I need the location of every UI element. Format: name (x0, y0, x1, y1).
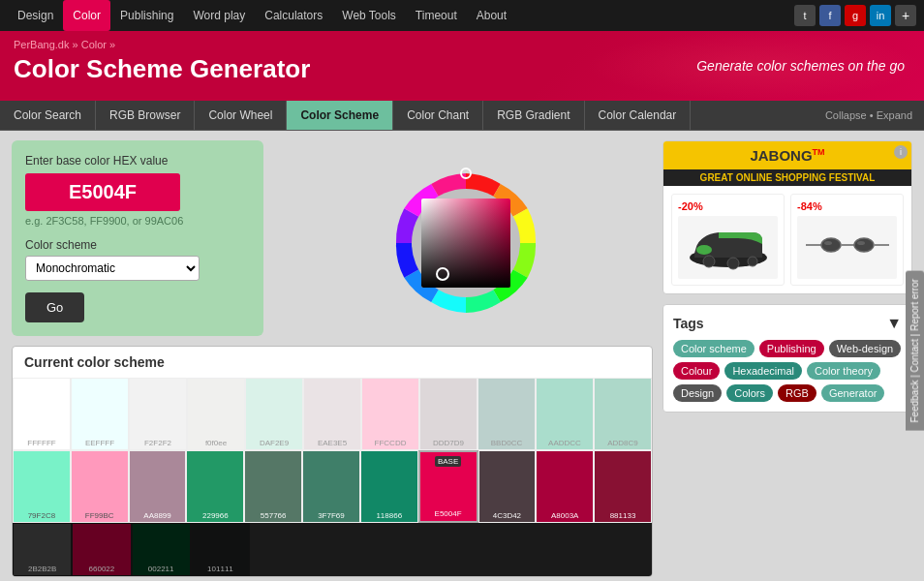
hex-input[interactable] (25, 173, 180, 211)
ad-products: -20% (663, 186, 911, 293)
hint-text: e.g. 2F3C58, FF9900, or 99AC06 (25, 215, 250, 227)
top-nav-color[interactable]: Color (63, 0, 110, 31)
top-nav-webtools[interactable]: Web Tools (332, 0, 406, 31)
swatch-row-dark: 2B2B2B 660022 002211 101111 (13, 523, 652, 576)
tab-nav: Color Search RGB Browser Color Wheel Col… (0, 101, 924, 131)
tab-rgb-browser[interactable]: RGB Browser (96, 101, 195, 130)
tab-color-wheel[interactable]: Color Wheel (195, 101, 287, 130)
swatch-BBD0CC[interactable]: BBD0CC (477, 378, 536, 450)
swatch-EAE3E5[interactable]: EAE3E5 (303, 378, 361, 450)
tab-color-chant[interactable]: Color Chant (393, 101, 483, 130)
ad-discount-2: -84% (797, 200, 897, 212)
top-nav: Design Color Publishing Word play Calcul… (0, 0, 924, 31)
svg-point-16 (824, 241, 832, 245)
swatch-002211[interactable]: 002211 (132, 523, 191, 576)
swatch-557766[interactable]: 557766 (244, 450, 302, 523)
input-wheel-row: Enter base color HEX value e.g. 2F3C58, … (12, 140, 653, 336)
ad-discount-1: -20% (678, 200, 778, 212)
tab-collapse-expand[interactable]: Collapse • Expand (814, 102, 924, 129)
swatch-FF99BC[interactable]: FF99BC (71, 450, 129, 523)
swatch-f0f0ee[interactable]: f0f0ee (187, 378, 245, 450)
swatch-101111[interactable]: 101111 (191, 523, 250, 576)
feedback-sidebar[interactable]: Feedback | Contact | Report error (906, 271, 924, 431)
scheme-label: Color scheme (25, 238, 250, 252)
top-nav-design[interactable]: Design (8, 0, 63, 31)
scheme-section-title: Current color scheme (13, 347, 652, 378)
tags-expand-icon[interactable]: ▼ (886, 315, 902, 332)
swatch-2B2B2B[interactable]: 2B2B2B (13, 523, 72, 576)
svg-point-14 (854, 238, 874, 252)
header-tagline: Generate color schemes on the go (696, 58, 905, 74)
tag-design[interactable]: Design (673, 384, 722, 402)
color-wheel[interactable] (388, 166, 543, 321)
swatch-AADDCC[interactable]: AADDCC (536, 378, 594, 450)
svg-point-10 (748, 257, 757, 266)
swatch-E5004F-base[interactable]: BASE E5004F (418, 450, 478, 523)
tag-color-theory[interactable]: Color theory (807, 362, 880, 380)
svg-point-7 (696, 245, 712, 255)
left-panel: Enter base color HEX value e.g. 2F3C58, … (12, 140, 653, 577)
top-nav-calculators[interactable]: Calculators (255, 0, 332, 31)
tags-section: Tags ▼ Color scheme Publishing Web-desig… (662, 304, 912, 413)
swatch-DDD7D9[interactable]: DDD7D9 (419, 378, 477, 450)
go-button[interactable]: Go (25, 292, 84, 322)
swatch-79F2C8[interactable]: 79F2C8 (13, 450, 71, 523)
top-nav-publishing[interactable]: Publishing (110, 0, 183, 31)
info-icon[interactable]: i (894, 145, 908, 159)
swatch-A8003A[interactable]: A8003A (536, 450, 594, 523)
svg-point-8 (703, 256, 715, 267)
ad-header: JABONGTM (663, 141, 911, 169)
svg-point-9 (727, 258, 739, 269)
swatch-DAF2E9[interactable]: DAF2E9 (245, 378, 303, 450)
tag-web-design[interactable]: Web-design (829, 340, 902, 357)
product-shoe-image (678, 216, 778, 279)
swatch-660022[interactable]: 660022 (72, 523, 131, 576)
swatch-FFFFFF[interactable]: FFFFFF (13, 378, 71, 450)
hex-input-label: Enter base color HEX value (25, 154, 250, 168)
top-nav-timeout[interactable]: Timeout (406, 0, 467, 31)
tab-rgb-gradient[interactable]: RGB Gradient (483, 101, 584, 130)
tab-color-search[interactable]: Color Search (0, 101, 96, 130)
google-icon[interactable]: g (845, 5, 866, 26)
tags-header: Tags ▼ (673, 315, 902, 332)
swatch-229966[interactable]: 229966 (186, 450, 244, 523)
scheme-select[interactable]: Monochromatic Complementary Triadic Anal… (25, 256, 200, 281)
ad-box: i JABONGTM GREAT ONLINE SHOPPING FESTIVA… (662, 140, 912, 294)
right-panel: i JABONGTM GREAT ONLINE SHOPPING FESTIVA… (662, 140, 912, 577)
tag-generator[interactable]: Generator (821, 384, 885, 402)
tag-color-scheme[interactable]: Color scheme (673, 340, 755, 357)
tag-rgb[interactable]: RGB (778, 384, 816, 402)
twitter-icon[interactable]: t (794, 5, 816, 26)
header-banner: PerBang.dk » Color » Color Scheme Genera… (0, 31, 924, 101)
tab-color-scheme[interactable]: Color Scheme (287, 101, 393, 130)
top-nav-wordplay[interactable]: Word play (183, 0, 255, 31)
facebook-icon[interactable]: f (819, 5, 841, 26)
swatch-ADD8C9[interactable]: ADD8C9 (594, 378, 652, 450)
swatch-881133[interactable]: 881133 (594, 450, 652, 523)
swatch-3F7F69[interactable]: 3F7F69 (302, 450, 360, 523)
swatch-FFCCDD[interactable]: FFCCDD (361, 378, 419, 450)
ad-product-1[interactable]: -20% (671, 194, 785, 286)
swatch-F2F2F2[interactable]: F2F2F2 (129, 378, 187, 450)
product-glasses-image (797, 216, 897, 279)
tag-colour[interactable]: Colour (673, 362, 720, 380)
tag-colors[interactable]: Colors (726, 384, 773, 402)
tag-publishing[interactable]: Publishing (759, 340, 824, 357)
swatch-row-mid: 79F2C8 FF99BC AA8899 229966 557766 3F7F6… (13, 450, 652, 523)
social-icons: t f g in + (794, 5, 916, 26)
ad-brand-name: JABONGTM (750, 147, 824, 164)
tags-list: Color scheme Publishing Web-design Colou… (673, 340, 902, 402)
swatch-EEFFFF[interactable]: EEFFFF (71, 378, 129, 450)
main-area: Enter base color HEX value e.g. 2F3C58, … (0, 131, 924, 581)
input-section: Enter base color HEX value e.g. 2F3C58, … (12, 140, 263, 336)
breadcrumb: PerBang.dk » Color » (14, 39, 910, 50)
tag-hexadecimal[interactable]: Hexadecimal (724, 362, 802, 380)
swatch-AA8899[interactable]: AA8899 (129, 450, 187, 523)
swatch-4C3D42[interactable]: 4C3D42 (478, 450, 537, 523)
swatch-118866[interactable]: 118866 (360, 450, 418, 523)
linkedin-icon[interactable]: in (870, 5, 891, 26)
ad-product-2[interactable]: -84% (790, 194, 904, 286)
top-nav-about[interactable]: About (467, 0, 516, 31)
add-icon[interactable]: + (895, 5, 916, 26)
tab-color-calendar[interactable]: Color Calendar (585, 101, 692, 130)
